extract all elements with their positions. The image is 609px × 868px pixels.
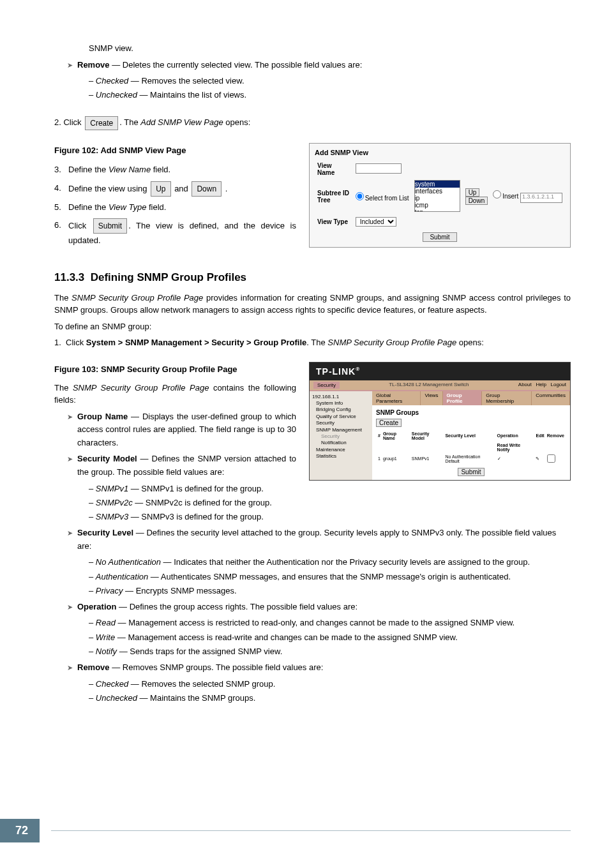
table-row: 1 group1 SNMPv1 No Authentication Defaul… [377, 454, 565, 464]
panel-up-button[interactable]: Up [465, 188, 480, 197]
edit-icon[interactable]: ✎ [536, 456, 539, 461]
tab-global[interactable]: Global Parameters [372, 391, 421, 405]
remove-checkbox[interactable] [547, 454, 555, 463]
screenshot-submit-button[interactable]: Submit [458, 468, 484, 476]
op-notify: Notify — Sends traps for the assigned SN… [89, 645, 571, 659]
sm-v2: SNMPv2c — SNMPv2c is defined for the gro… [89, 496, 296, 510]
field-security-model: ➤ Security Model — Defines the SNMP vers… [67, 453, 296, 479]
about-link[interactable]: About [518, 382, 532, 387]
arrow-icon: ➤ [67, 453, 77, 465]
step5: 5.Define the View Type field. [54, 200, 296, 214]
view-name-label: View Name [315, 160, 353, 178]
rm-unchecked: Unchecked — Maintains the SNMP groups. [89, 691, 571, 705]
select-from-list-radio[interactable] [356, 192, 364, 200]
select-from-list-label: Select from List [365, 195, 409, 202]
view-type-select[interactable]: Included [356, 217, 396, 227]
remove-checked: Checked — Removes the selected view. [89, 74, 571, 88]
snmp-groups-title: SNMP Groups [376, 409, 566, 416]
screenshot-create-button[interactable]: Create [376, 419, 402, 427]
field-group-name: ➤ Group Name — Displays the user-defined… [67, 410, 296, 450]
contains-line: The SNMP Security Group Profile Page con… [54, 382, 296, 407]
section-intro: The SNMP Security Group Profile Page pro… [54, 292, 571, 317]
step4: 4.Define the view using Up and Down . [54, 181, 296, 197]
sm-v3: SNMPv3 — SNMPv3 is defined for the group… [89, 510, 296, 524]
sm-v1: SNMPv1 — SNMPv1 is defined for the group… [89, 482, 296, 496]
insert-label: Insert [502, 193, 518, 200]
sl-priv: Privacy — Encrypts SNMP messages. [89, 584, 571, 598]
sl-auth: Authentication — Authenticates SNMP mess… [89, 570, 571, 584]
field-remove2: ➤ Remove — Removes SNMP groups. The poss… [67, 661, 571, 675]
insert-radio[interactable] [493, 190, 501, 198]
view-type-label: View Type [315, 215, 353, 228]
down-button[interactable]: Down [192, 181, 222, 197]
field-operation: ➤ Operation — Defines the group access r… [67, 601, 571, 614]
submit-button[interactable]: Submit [93, 218, 127, 234]
panel-down-button[interactable]: Down [465, 197, 488, 205]
arrow-icon: ➤ [67, 661, 77, 674]
panel-title: Add SNMP View [315, 149, 565, 156]
group-profile-screenshot: TP-LINK® Security TL-SL3428 L2 Managemen… [309, 362, 571, 481]
add-snmp-view-panel: Add SNMP View View Name Subtree ID Tree … [309, 143, 571, 248]
th-smodel: Security Model [411, 431, 444, 441]
breadcrumb: Security [313, 382, 340, 389]
figure-102-caption: Figure 102: Add SNMP View Page [54, 146, 296, 155]
remove-label: Remove [77, 60, 110, 70]
page-number: 72 [0, 819, 40, 842]
step3: 3.Define the View Name field. [54, 163, 296, 177]
op-sub: Read Write Notify [497, 442, 534, 453]
tab-views[interactable]: Views [421, 391, 442, 405]
sl-noauth: No Authentication — Indicates that neith… [89, 555, 571, 569]
th-edit: Edit [535, 431, 545, 441]
th-remove: Remove [546, 431, 565, 441]
oid-listbox[interactable]: system interfaces ip icmp tcp [414, 180, 460, 212]
rm-checked: Checked — Removes the selected SNMP grou… [89, 677, 571, 691]
product-name: TL-SL3428 L2 Management Switch [389, 382, 469, 389]
tplink-logo: TP-LINK® [316, 366, 360, 377]
arrow-icon: ➤ [67, 410, 77, 423]
tab-group-profile[interactable]: Group Profile [443, 391, 483, 405]
nav-step: 1. Click System > SNMP Management > Secu… [54, 336, 571, 349]
th-slevel: Security Level [444, 431, 495, 441]
view-name-input[interactable] [356, 163, 402, 174]
step6: 6.Click Submit. The view is defined, and… [54, 218, 296, 248]
th-gname: Group Name [382, 431, 410, 441]
op-write: Write — Management access is read-write … [89, 631, 571, 645]
remove-desc: — Deletes the currently selected view. T… [110, 60, 363, 70]
trailing-line: SNMP view. [89, 42, 571, 55]
define-group-line: To define an SNMP group: [54, 320, 571, 333]
th-op: Operation [497, 431, 534, 441]
op-read: Read — Management access is restricted t… [89, 616, 571, 630]
bullet-remove: ➤ Remove — Deletes the currently selecte… [67, 59, 571, 72]
step2: 2. Click Create. The Add SNMP View Page … [54, 116, 571, 130]
insert-input[interactable]: 1.3.6.1.2.1.1 [520, 193, 562, 203]
up-button[interactable]: Up [151, 181, 170, 197]
tab-communities[interactable]: Communities [532, 391, 570, 405]
arrow-icon: ➤ [67, 601, 77, 613]
section-heading: 11.3.3 Defining SNMP Group Profiles [54, 271, 571, 284]
arrow-icon: ➤ [67, 59, 77, 71]
footer-rule [51, 830, 571, 831]
create-button[interactable]: Create [85, 116, 118, 130]
logout-link[interactable]: Logout [551, 382, 566, 387]
field-security-level: ➤ Security Level — Defines the security … [67, 527, 571, 553]
arrow-icon: ➤ [67, 527, 77, 539]
remove-unchecked: Unchecked — Maintains the list of views. [89, 88, 571, 102]
figure-103-caption: Figure 103: SNMP Security Group Profile … [54, 364, 296, 374]
nav-tree[interactable]: 192.168.1.1 System Info Bridging Config … [310, 391, 372, 480]
th-num: # [377, 431, 381, 441]
tab-group-membership[interactable]: Group Membership [482, 391, 532, 405]
subtree-label: Subtree ID Tree [315, 178, 353, 215]
help-link[interactable]: Help [536, 382, 546, 387]
panel-submit-button[interactable]: Submit [423, 232, 456, 242]
